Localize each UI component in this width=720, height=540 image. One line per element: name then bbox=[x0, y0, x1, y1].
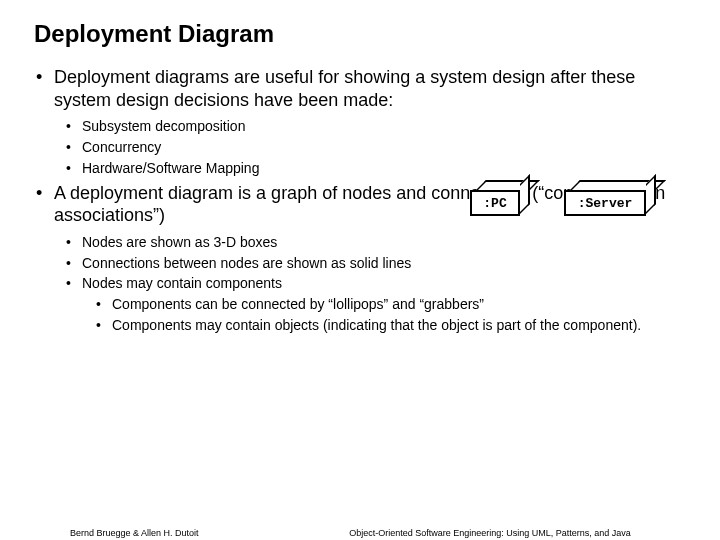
footer-book-title: Object-Oriented Software Engineering: Us… bbox=[349, 528, 631, 538]
uml-node-server-label: :Server bbox=[578, 196, 633, 211]
bullet-p2-subsub-0: Components can be connected by “lollipop… bbox=[94, 295, 690, 313]
bullet-p1-sub-1: Concurrency bbox=[64, 138, 690, 157]
uml-node-pc-label: :PC bbox=[483, 196, 506, 211]
uml-node-pc: :PC bbox=[470, 190, 520, 216]
footer-book: Object-Oriented Software Engineering: Us… bbox=[320, 528, 660, 540]
bullet-p1-sub-0: Subsystem decomposition bbox=[64, 117, 690, 136]
footer-authors: Bernd Bruegge & Allen H. Dutoit bbox=[70, 528, 199, 538]
bullet-p2-sub-1: Connections between nodes are shown as s… bbox=[64, 254, 690, 273]
slide-title: Deployment Diagram bbox=[34, 20, 690, 48]
bullet-p1: Deployment diagrams are useful for showi… bbox=[34, 66, 690, 178]
bullet-p2-sub-0: Nodes are shown as 3-D boxes bbox=[64, 233, 690, 252]
bullet-p2-sub-2-text: Nodes may contain components bbox=[82, 275, 282, 291]
uml-node-server: :Server bbox=[564, 190, 646, 216]
bullet-p2-sub-2: Nodes may contain components Components … bbox=[64, 274, 690, 333]
bullet-p1-text: Deployment diagrams are useful for showi… bbox=[54, 67, 635, 110]
bullet-p1-sub-2: Hardware/Software Mapping bbox=[64, 159, 690, 178]
bullet-p2-subsub-1: Components may contain objects (indicati… bbox=[94, 316, 690, 334]
